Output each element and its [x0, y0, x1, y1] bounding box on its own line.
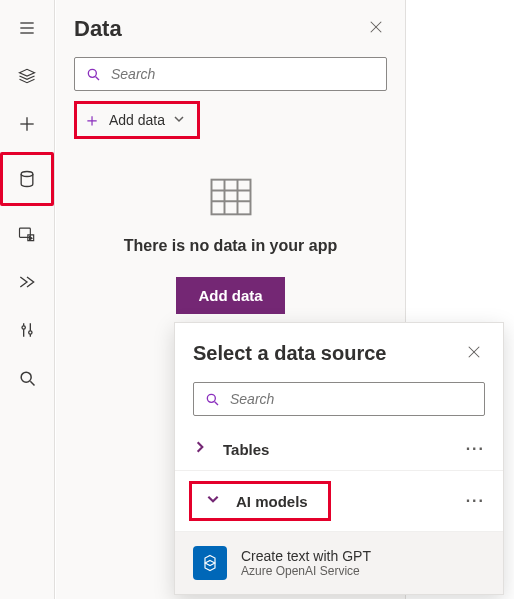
close-popup-button[interactable] [463, 339, 485, 368]
svg-line-12 [30, 381, 34, 385]
power-automate-icon[interactable] [7, 262, 47, 302]
data-source-item-gpt[interactable]: Create text with GPT Azure OpenAI Servic… [175, 532, 503, 594]
empty-message: There is no data in your app [94, 237, 367, 255]
chevron-down-icon [206, 492, 220, 510]
select-data-source-popup: Select a data source Tables ··· AI model… [174, 322, 504, 595]
add-data-dropdown[interactable]: ＋ Add data [74, 101, 200, 139]
category-ai-models[interactable]: AI models [189, 481, 331, 521]
svg-point-15 [88, 69, 96, 77]
data-search-box[interactable] [74, 57, 387, 91]
table-placeholder-icon [205, 171, 257, 223]
svg-point-10 [29, 331, 32, 334]
plus-icon: ＋ [83, 108, 101, 132]
svg-rect-17 [211, 180, 250, 215]
data-icon[interactable] [7, 159, 47, 199]
popup-search-input[interactable] [230, 391, 474, 407]
search-icon [85, 66, 101, 82]
hamburger-icon[interactable] [7, 8, 47, 48]
add-data-button[interactable]: Add data [176, 277, 284, 314]
left-nav-rail [0, 0, 55, 599]
chevron-right-icon [193, 440, 207, 458]
popup-search-box[interactable] [193, 382, 485, 416]
chevron-down-icon [173, 112, 185, 128]
svg-point-24 [207, 394, 215, 402]
insert-icon[interactable] [7, 104, 47, 144]
close-panel-button[interactable] [365, 14, 387, 43]
svg-point-5 [21, 172, 33, 177]
add-data-label: Add data [109, 112, 165, 128]
empty-state: There is no data in your app Add data [74, 171, 387, 314]
data-nav-highlight [0, 152, 54, 206]
svg-point-8 [22, 326, 25, 329]
panel-title: Data [74, 16, 122, 42]
tree-view-icon[interactable] [7, 56, 47, 96]
svg-rect-6 [20, 228, 31, 237]
svg-line-16 [96, 77, 99, 80]
item-title: Create text with GPT [241, 548, 371, 564]
openai-icon [193, 546, 227, 580]
svg-line-25 [215, 402, 218, 405]
category-label: Tables [223, 441, 269, 458]
more-options-ai[interactable]: ··· [466, 492, 485, 510]
search-rail-icon[interactable] [7, 358, 47, 398]
advanced-tools-icon[interactable] [7, 310, 47, 350]
item-subtitle: Azure OpenAI Service [241, 564, 371, 578]
search-input[interactable] [111, 66, 376, 82]
search-icon [204, 391, 220, 407]
category-tables[interactable]: Tables ··· [175, 428, 503, 471]
svg-point-11 [21, 372, 31, 382]
popup-title: Select a data source [193, 342, 386, 365]
more-options-tables[interactable]: ··· [466, 440, 485, 458]
category-label: AI models [236, 493, 308, 510]
media-icon[interactable] [7, 214, 47, 254]
